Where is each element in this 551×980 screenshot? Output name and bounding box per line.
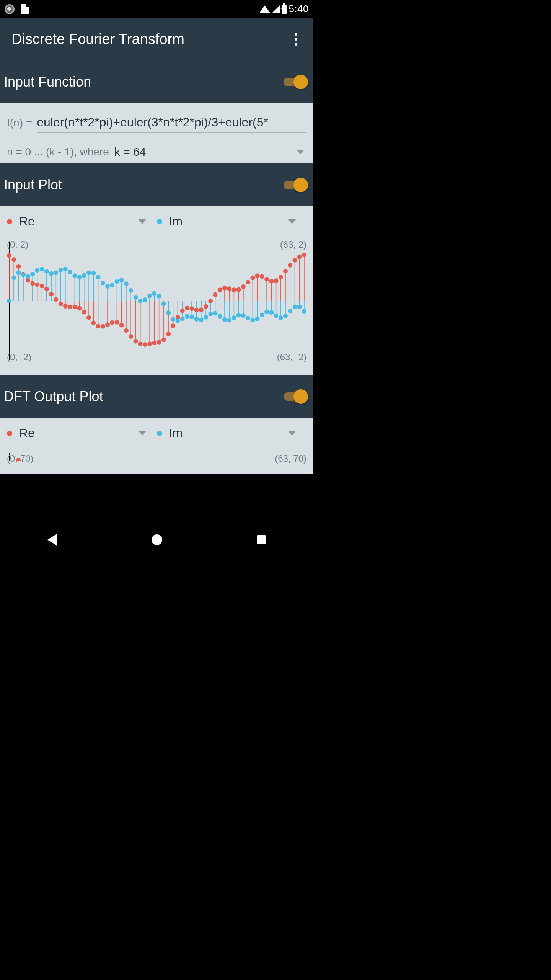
svg-point-253	[283, 314, 288, 318]
plot-corner-br: (63, -2)	[277, 352, 306, 363]
svg-point-207	[68, 270, 72, 274]
legend-dot-red-icon	[7, 219, 12, 224]
svg-point-204	[54, 270, 58, 275]
back-button[interactable]	[46, 533, 59, 547]
svg-point-205	[59, 268, 63, 272]
app-title: Discrete Fourier Transform	[11, 31, 184, 47]
svg-point-243	[236, 313, 241, 317]
svg-point-249	[264, 310, 269, 314]
svg-point-175	[218, 287, 222, 292]
svg-point-231	[180, 317, 185, 321]
svg-point-208	[72, 273, 77, 278]
svg-point-144	[72, 305, 77, 309]
plot-corner-bl: (0, -2)	[7, 352, 31, 363]
legend-re-dropdown-dft[interactable]: Re	[7, 426, 157, 440]
svg-point-180	[241, 284, 246, 289]
panel-input-function: f(n) = n = 0 ... (k - 1), where k = 64	[0, 103, 313, 163]
svg-point-161	[152, 341, 156, 345]
svg-point-230	[176, 318, 180, 323]
svg-point-236	[204, 315, 208, 320]
svg-point-227	[161, 302, 166, 306]
svg-point-168	[185, 306, 189, 310]
legend-dot-blue-icon	[157, 219, 162, 224]
svg-point-160	[147, 341, 152, 346]
svg-point-154	[119, 323, 124, 328]
svg-point-226	[157, 294, 161, 299]
svg-point-240	[222, 317, 227, 322]
svg-point-145	[77, 306, 82, 310]
svg-point-138	[44, 287, 49, 291]
svg-point-222	[138, 299, 143, 303]
recents-button[interactable]	[254, 533, 268, 547]
svg-point-164	[166, 332, 171, 336]
svg-point-174	[213, 292, 217, 297]
svg-point-246	[250, 318, 255, 322]
svg-point-209	[77, 275, 82, 279]
svg-point-158	[138, 341, 143, 346]
svg-point-251	[274, 314, 279, 318]
legend-re-label: Re	[19, 214, 35, 229]
plot-corner-tr: (63, 70)	[275, 453, 306, 464]
svg-point-162	[157, 340, 161, 345]
svg-point-215	[105, 284, 110, 289]
svg-point-192	[297, 255, 302, 259]
home-button[interactable]	[150, 533, 164, 547]
plot-corner-tl: (0, 2)	[7, 239, 28, 250]
svg-point-135	[30, 281, 35, 286]
fn-expression-input[interactable]	[37, 114, 306, 133]
section-header-input-function: Input Function	[0, 60, 313, 103]
input-plot-chart[interactable]	[7, 242, 306, 360]
svg-point-177	[227, 286, 231, 291]
sync-icon	[5, 4, 15, 14]
toggle-dft-output[interactable]	[284, 389, 308, 404]
svg-point-197	[21, 273, 26, 277]
toggle-input-function[interactable]	[284, 75, 308, 89]
svg-point-257	[302, 309, 306, 314]
svg-point-149	[96, 324, 101, 328]
svg-point-181	[246, 280, 250, 284]
svg-point-142	[63, 304, 68, 309]
overflow-menu-button[interactable]	[290, 29, 302, 49]
svg-point-188	[279, 275, 283, 279]
svg-point-221	[133, 295, 138, 300]
app-bar: Discrete Fourier Transform	[0, 18, 313, 60]
svg-point-234	[194, 317, 199, 322]
svg-point-202	[44, 269, 49, 274]
svg-point-191	[293, 258, 297, 263]
svg-point-194	[7, 299, 11, 303]
legend-re-dropdown[interactable]: Re	[7, 214, 157, 229]
svg-point-195	[11, 276, 16, 280]
svg-point-225	[152, 291, 156, 296]
svg-point-153	[114, 320, 119, 325]
svg-point-139	[49, 292, 54, 296]
legend-im-dropdown[interactable]: Im	[157, 214, 307, 229]
cell-signal-icon	[272, 5, 280, 13]
plot-corner-tr: (63, 2)	[280, 239, 306, 250]
clock-time: 5:40	[289, 3, 309, 15]
svg-point-163	[161, 338, 166, 342]
svg-point-220	[129, 288, 133, 293]
svg-point-170	[194, 308, 199, 312]
svg-point-183	[255, 273, 260, 278]
range-row[interactable]: n = 0 ... (k - 1), where k = 64	[7, 145, 306, 158]
svg-point-140	[54, 297, 58, 302]
svg-point-131	[11, 257, 16, 262]
toggle-input-plot[interactable]	[284, 178, 308, 192]
status-bar: 5:40	[0, 0, 313, 18]
svg-point-196	[16, 270, 21, 275]
battery-icon	[282, 5, 287, 14]
svg-point-185	[264, 277, 269, 281]
legend-im-dropdown-dft[interactable]: Im	[157, 426, 307, 440]
section-title: Input Plot	[4, 177, 62, 193]
svg-point-148	[91, 320, 96, 325]
wifi-icon	[259, 5, 270, 13]
chevron-down-icon	[139, 219, 146, 224]
legend-dot-red-icon	[7, 431, 12, 436]
sd-card-icon	[21, 4, 29, 14]
fn-prefix-label: f(n) =	[7, 117, 32, 129]
svg-point-171	[199, 307, 204, 312]
svg-point-169	[189, 306, 194, 311]
chevron-down-icon	[288, 431, 296, 436]
dft-plot-chart[interactable]	[7, 453, 306, 461]
svg-point-132	[16, 264, 21, 269]
